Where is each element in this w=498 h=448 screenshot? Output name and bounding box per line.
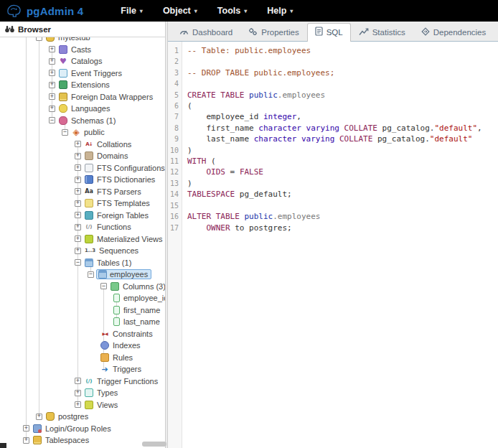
tree-item-tables-1[interactable]: Tables (1) bbox=[0, 257, 165, 269]
object-browser-tree[interactable]: mytestdbCastsCatalogsEvent TriggersExten… bbox=[0, 37, 165, 448]
tree-item-label: Catalogs bbox=[71, 57, 102, 65]
tab-dependents[interactable]: Dependents bbox=[494, 24, 498, 41]
tree-item-fts-dictionaries[interactable]: FTS Dictionaries bbox=[0, 174, 165, 186]
tree-item-casts[interactable]: Casts bbox=[0, 44, 165, 56]
expand-icon[interactable] bbox=[75, 390, 81, 396]
fdw-icon bbox=[59, 93, 67, 101]
sql-code-view[interactable]: 1-- Table: public.employees23-- DROP TAB… bbox=[168, 42, 498, 448]
tree-item-postgres[interactable]: postgres bbox=[0, 411, 165, 423]
expand-icon[interactable] bbox=[49, 106, 55, 112]
tree-item-tablespaces[interactable]: Tablespaces bbox=[0, 434, 165, 447]
tree-item-label: Sequences bbox=[99, 246, 138, 255]
tab-properties[interactable]: Properties bbox=[240, 24, 306, 41]
tree-item-trigger-functions[interactable]: Trigger Functions bbox=[0, 375, 165, 388]
tree-item-label: Collations bbox=[97, 140, 131, 149]
tablespaces-icon bbox=[33, 436, 42, 444]
tree-item-label: Rules bbox=[113, 353, 133, 362]
tab-statistics[interactable]: Statistics bbox=[351, 24, 413, 41]
line-number: 5 bbox=[168, 90, 182, 101]
event-triggers-icon bbox=[59, 69, 67, 78]
tree-item-rules[interactable]: Rules bbox=[0, 352, 165, 364]
table-icon bbox=[98, 270, 107, 279]
menu-help[interactable]: Help bbox=[267, 6, 293, 16]
menu-object[interactable]: Object bbox=[163, 6, 197, 16]
tree-item-extensions[interactable]: Extensions bbox=[0, 79, 165, 91]
collapse-icon[interactable] bbox=[36, 37, 42, 41]
tree-item-indexes[interactable]: Indexes bbox=[0, 340, 165, 352]
expand-icon[interactable] bbox=[49, 70, 55, 76]
expand-icon[interactable] bbox=[23, 425, 29, 431]
expand-icon[interactable] bbox=[23, 437, 29, 444]
tree-item-label: Foreign Data Wrappers bbox=[71, 93, 153, 101]
sql-line: 11WITH ( bbox=[168, 156, 498, 167]
roles-icon bbox=[33, 424, 42, 433]
statistics-icon bbox=[359, 27, 369, 37]
expand-icon[interactable] bbox=[36, 414, 42, 420]
expand-icon[interactable] bbox=[75, 248, 81, 254]
menu-file[interactable]: File bbox=[121, 6, 143, 16]
tree-item-sequences[interactable]: Sequences bbox=[0, 245, 165, 257]
tree-item-triggers[interactable]: Triggers bbox=[0, 363, 165, 375]
expand-icon[interactable] bbox=[49, 46, 55, 52]
expand-icon[interactable] bbox=[75, 164, 81, 171]
expand-icon[interactable] bbox=[75, 177, 81, 183]
expand-icon[interactable] bbox=[75, 141, 81, 147]
collapse-icon[interactable] bbox=[88, 271, 94, 278]
tree-item-foreign-data-wrappers[interactable]: Foreign Data Wrappers bbox=[0, 91, 165, 103]
tree-item-fts-parsers[interactable]: FTS Parsers bbox=[0, 186, 165, 198]
tree-item-label: employees bbox=[110, 270, 148, 279]
tree-item-label: Schemas (1) bbox=[71, 116, 116, 125]
foreign-tables-icon bbox=[85, 211, 93, 220]
expand-icon[interactable] bbox=[75, 235, 81, 242]
tree-item-columns-3[interactable]: Columns (3) bbox=[0, 281, 165, 293]
tree-item-fts-templates[interactable]: FTS Templates bbox=[0, 197, 165, 210]
tree-item-domains[interactable]: Domains bbox=[0, 150, 165, 162]
tree-item-views[interactable]: Views bbox=[0, 399, 165, 411]
tree-item-collations[interactable]: Collations bbox=[0, 139, 165, 151]
expand-icon[interactable] bbox=[75, 378, 81, 384]
tree-item-login-group-roles[interactable]: Login/Group Roles bbox=[0, 423, 165, 435]
expand-icon[interactable] bbox=[49, 93, 55, 100]
column-icon bbox=[113, 294, 120, 302]
sql-line: 10) bbox=[168, 145, 498, 156]
collapse-icon[interactable] bbox=[75, 259, 81, 266]
tree-item-schemas-1[interactable]: Schemas (1) bbox=[0, 115, 165, 127]
tree-item-materialized-views[interactable]: Materialized Views bbox=[0, 233, 165, 246]
tree-item-label: mytestdb bbox=[58, 37, 90, 42]
expand-icon[interactable] bbox=[75, 153, 81, 159]
tree-item-employee-id[interactable]: employee_id bbox=[0, 292, 165, 304]
collapse-icon[interactable] bbox=[100, 283, 107, 289]
tree-item-functions[interactable]: Functions bbox=[0, 221, 165, 233]
tree-item-catalogs[interactable]: Catalogs bbox=[0, 55, 165, 67]
menu-tools[interactable]: Tools bbox=[217, 6, 247, 16]
horizontal-scrollbar-thumb[interactable] bbox=[142, 442, 166, 447]
expand-icon[interactable] bbox=[49, 58, 55, 65]
collapse-icon[interactable] bbox=[62, 129, 68, 136]
tree-item-foreign-tables[interactable]: Foreign Tables bbox=[0, 210, 165, 222]
tree-item-label: Functions bbox=[97, 223, 131, 231]
tree-item-employees[interactable]: employees bbox=[0, 269, 165, 281]
collapse-icon[interactable] bbox=[49, 117, 55, 123]
tab-sql[interactable]: SQL bbox=[307, 23, 351, 42]
tree-item-public[interactable]: public bbox=[0, 126, 165, 139]
tree-item-mytestdb[interactable]: mytestdb bbox=[0, 37, 165, 44]
tree-item-languages[interactable]: Languages bbox=[0, 103, 165, 115]
tree-item-fts-configurations[interactable]: FTS Configurations bbox=[0, 162, 165, 174]
expand-icon[interactable] bbox=[75, 188, 81, 195]
sql-line: 15 bbox=[168, 200, 498, 211]
expand-icon[interactable] bbox=[75, 212, 81, 218]
tree-item-types[interactable]: Types bbox=[0, 387, 165, 399]
top-menu-bar: pgAdmin 4 FileObjectToolsHelp bbox=[0, 0, 498, 22]
expand-icon[interactable] bbox=[75, 200, 81, 207]
tree-item-last-name[interactable]: last_name bbox=[0, 316, 165, 328]
expand-icon[interactable] bbox=[75, 401, 81, 408]
expand-icon[interactable] bbox=[75, 224, 81, 230]
tree-item-event-triggers[interactable]: Event Triggers bbox=[0, 67, 165, 80]
tree-item-first-name[interactable]: first_name bbox=[0, 304, 165, 317]
tab-dashboard[interactable]: Dashboard bbox=[172, 24, 240, 41]
expand-icon[interactable] bbox=[49, 82, 55, 88]
tree-item-constraints[interactable]: Constraints bbox=[0, 328, 165, 340]
tab-dependencies[interactable]: Dependencies bbox=[413, 24, 494, 41]
tab-label: SQL bbox=[326, 28, 343, 37]
pgadmin-elephant-icon bbox=[6, 4, 22, 19]
